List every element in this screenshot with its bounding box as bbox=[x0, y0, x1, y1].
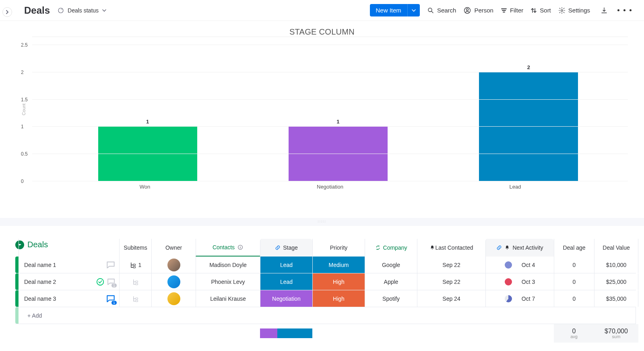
settings-button[interactable]: Settings bbox=[558, 7, 590, 14]
status-dot-icon bbox=[505, 295, 512, 302]
add-item-button[interactable]: + Add bbox=[19, 307, 636, 324]
svg-rect-18 bbox=[136, 298, 138, 299]
priority-pill[interactable]: Medium bbox=[313, 257, 365, 273]
subitems-cell[interactable]: 1 bbox=[119, 257, 151, 273]
y-tick: 1.5 bbox=[21, 97, 28, 103]
stage-pill[interactable]: Lead bbox=[260, 273, 312, 290]
company-cell[interactable]: Spotify bbox=[365, 290, 417, 307]
bell-icon bbox=[429, 245, 435, 250]
stage-pill[interactable]: Lead bbox=[260, 257, 312, 273]
priority-pill[interactable]: High bbox=[313, 273, 365, 290]
svg-line-2 bbox=[431, 11, 433, 13]
view-selector[interactable]: Deals status bbox=[57, 7, 107, 14]
owner-cell[interactable] bbox=[151, 257, 196, 273]
deal-name-cell[interactable]: Deal name 1 bbox=[19, 257, 119, 273]
chart-bar[interactable]: 2 bbox=[479, 72, 578, 181]
company-cell[interactable]: Apple bbox=[365, 273, 417, 290]
sidebar-expand-button[interactable] bbox=[2, 7, 12, 17]
svg-rect-17 bbox=[136, 283, 138, 285]
column-deal-value[interactable]: Deal Value bbox=[594, 239, 638, 257]
next-activity-cell[interactable]: Oct 3 bbox=[485, 273, 554, 290]
chart-bar[interactable]: 1 bbox=[289, 127, 388, 181]
x-tick: Won bbox=[52, 181, 237, 190]
page-title: Deals bbox=[24, 5, 50, 16]
chart-bar-value: 1 bbox=[289, 119, 388, 125]
next-activity-cell[interactable]: Oct 4 bbox=[485, 257, 554, 273]
column-next-activity[interactable]: Next Activity bbox=[485, 239, 554, 257]
column-priority[interactable]: Priority bbox=[312, 239, 365, 257]
priority-pill[interactable]: High bbox=[313, 290, 365, 307]
conversation-icon[interactable] bbox=[105, 260, 116, 270]
chart-bar-value: 1 bbox=[98, 119, 197, 125]
svg-rect-13 bbox=[133, 264, 135, 265]
svg-rect-19 bbox=[136, 300, 138, 302]
contacts-cell[interactable]: Madison Doyle bbox=[196, 257, 260, 273]
more-options-button[interactable] bbox=[617, 9, 632, 11]
table-row[interactable]: Deal name 2 1 Phoenix LevyLeadHighAppleS… bbox=[15, 273, 636, 290]
deal-value-cell[interactable]: $10,000 bbox=[594, 257, 638, 273]
search-icon bbox=[427, 7, 434, 14]
y-tick: 2.5 bbox=[21, 42, 28, 48]
deal-value-cell[interactable]: $35,000 bbox=[594, 290, 638, 307]
owner-cell[interactable] bbox=[151, 273, 196, 290]
column-subitems[interactable]: Subitems bbox=[119, 239, 151, 257]
y-tick: 0 bbox=[21, 179, 24, 184]
deal-name-cell[interactable]: Deal name 3 1 bbox=[19, 290, 119, 307]
chart-y-axis-label: Count bbox=[21, 103, 26, 115]
last-contacted-cell[interactable]: Sep 22 bbox=[417, 273, 485, 290]
stage-summary-segment bbox=[260, 328, 277, 338]
subitems-cell[interactable] bbox=[119, 273, 151, 290]
company-cell[interactable]: Google bbox=[365, 257, 417, 273]
filter-icon bbox=[501, 7, 507, 14]
sort-icon bbox=[530, 7, 537, 14]
avatar bbox=[167, 259, 180, 271]
person-icon bbox=[463, 6, 471, 14]
table-row[interactable]: Deal name 3 1 Leilani KrauseNegotiationH… bbox=[15, 290, 636, 307]
status-dot-icon bbox=[505, 261, 512, 269]
svg-point-1 bbox=[428, 8, 432, 12]
stage-pill[interactable]: Negotiation bbox=[260, 290, 312, 307]
avatar bbox=[167, 292, 180, 305]
new-item-dropdown[interactable] bbox=[407, 4, 420, 16]
sort-button[interactable]: Sort bbox=[530, 7, 551, 14]
status-dot-icon bbox=[505, 278, 512, 285]
column-deal-age[interactable]: Deal age bbox=[554, 239, 594, 257]
download-button[interactable] bbox=[601, 7, 608, 14]
deal-name-cell[interactable]: Deal name 2 1 bbox=[19, 273, 119, 290]
panel-resize-divider[interactable]: ::::: bbox=[0, 218, 644, 226]
column-contacts[interactable]: Contacts bbox=[196, 239, 260, 257]
avatar bbox=[167, 275, 180, 288]
deal-value-cell[interactable]: $25,000 bbox=[594, 273, 638, 290]
svg-rect-14 bbox=[133, 266, 135, 268]
column-last-contacted[interactable]: Last Contacted bbox=[417, 239, 485, 257]
deal-age-cell[interactable]: 0 bbox=[554, 273, 594, 290]
subitems-icon bbox=[132, 278, 139, 285]
contacts-cell[interactable]: Leilani Krause bbox=[196, 290, 260, 307]
chart-bar[interactable]: 1 bbox=[98, 127, 197, 181]
drag-handle-icon: ::::: bbox=[318, 220, 326, 223]
chart-plot-area: Count 00.511.522.5 112 bbox=[32, 37, 628, 181]
filter-button[interactable]: Filter bbox=[501, 7, 523, 14]
deal-age-cell[interactable]: 0 bbox=[554, 257, 594, 273]
column-owner[interactable]: Owner bbox=[151, 239, 196, 257]
owner-cell[interactable] bbox=[151, 290, 196, 307]
deal-age-cell[interactable]: 0 bbox=[554, 290, 594, 307]
column-company[interactable]: Company bbox=[365, 239, 417, 257]
next-activity-cell[interactable]: Oct 7 bbox=[485, 290, 554, 307]
subitems-cell[interactable] bbox=[119, 290, 151, 307]
x-tick: Negotiation bbox=[237, 181, 423, 190]
person-button[interactable]: Person bbox=[463, 6, 493, 14]
last-contacted-cell[interactable]: Sep 22 bbox=[417, 257, 485, 273]
table-row[interactable]: Deal name 11Madison DoyleLeadMediumGoogl… bbox=[15, 257, 636, 273]
stage-summary-segment bbox=[277, 328, 312, 338]
chart-icon bbox=[57, 7, 64, 14]
last-contacted-cell[interactable]: Sep 24 bbox=[417, 290, 485, 307]
chart-bar-value: 2 bbox=[479, 64, 578, 70]
x-tick: Lead bbox=[423, 181, 608, 190]
search-button[interactable]: Search bbox=[427, 7, 456, 14]
svg-point-8 bbox=[561, 9, 563, 11]
contacts-cell[interactable]: Phoenix Levy bbox=[196, 273, 260, 290]
y-tick: 2 bbox=[21, 70, 24, 75]
new-item-button[interactable]: New Item bbox=[370, 4, 420, 16]
column-stage[interactable]: Stage bbox=[260, 239, 312, 257]
